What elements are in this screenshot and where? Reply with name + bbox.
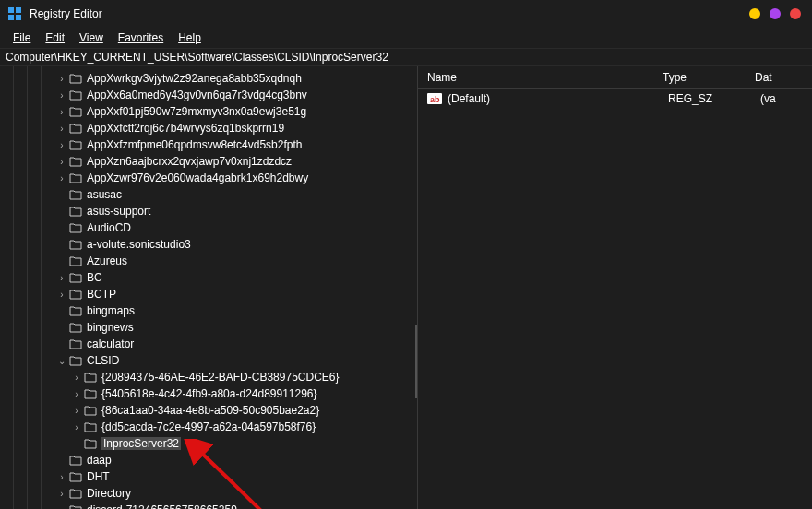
chevron-right-icon[interactable]: ›: [70, 373, 83, 383]
value-data: (va: [760, 92, 776, 105]
minimize-button[interactable]: [749, 8, 760, 19]
folder-icon: [68, 337, 83, 350]
folder-icon: [68, 354, 83, 367]
tree-item[interactable]: ›AppXxfzmfpme06qpdmsvw8etc4vd5sb2fpth: [0, 136, 417, 153]
tree-item[interactable]: ›{20894375-46AE-46E2-BAFD-CB38975CDCE6}: [0, 369, 417, 385]
folder-icon: [83, 420, 98, 433]
address-bar[interactable]: Computer\HKEY_CURRENT_USER\Software\Clas…: [0, 48, 812, 66]
chevron-right-icon[interactable]: ›: [55, 74, 68, 84]
chevron-right-icon[interactable]: ›: [55, 290, 68, 300]
menu-help[interactable]: Help: [171, 30, 209, 46]
tree-item-label: a-volute.sonicstudio3: [87, 238, 191, 251]
close-button[interactable]: [790, 8, 801, 19]
tree-item-label: bingnews: [87, 321, 134, 334]
tree-item-label: asusac: [87, 188, 122, 201]
chevron-right-icon[interactable]: ›: [55, 472, 68, 482]
chevron-right-icon[interactable]: ›: [70, 406, 83, 416]
tree-item[interactable]: ›{86ca1aa0-34aa-4e8b-a509-50c905bae2a2}: [0, 402, 417, 419]
column-name[interactable]: Name: [418, 71, 663, 84]
svg-rect-1: [16, 7, 21, 13]
value-type: REG_SZ: [668, 92, 760, 105]
tree-item[interactable]: ›AppXzwr976v2e060wada4gabrk1x69h2dbwy: [0, 170, 417, 186]
window-controls: [749, 8, 805, 19]
menu-file[interactable]: File: [6, 30, 38, 46]
tree-item[interactable]: ›DHT: [0, 468, 417, 485]
tree-item[interactable]: bingnews: [0, 319, 417, 336]
tree-item-label: AppXx6a0med6y43gv0vn6qa7r3vdg4cg3bnv: [87, 89, 307, 101]
column-type[interactable]: Type: [663, 71, 755, 84]
window-title: Registry Editor: [30, 7, 102, 20]
chevron-right-icon[interactable]: ›: [55, 140, 68, 150]
chevron-right-icon[interactable]: ›: [70, 422, 83, 432]
tree-item[interactable]: AudioCD: [0, 219, 417, 236]
chevron-right-icon[interactable]: ›: [55, 107, 68, 117]
folder-icon: [68, 503, 83, 509]
tree-item[interactable]: ›AppXx6a0med6y43gv0vn6qa7r3vdg4cg3bnv: [0, 87, 417, 103]
svg-text:ab: ab: [430, 95, 440, 104]
tree-item-label: discord-712465656758665259: [87, 503, 237, 509]
menu-favorites[interactable]: Favorites: [111, 30, 171, 46]
chevron-right-icon[interactable]: ›: [55, 173, 68, 183]
folder-icon: [68, 254, 83, 267]
tree-item-label: Directory: [87, 487, 131, 500]
registry-tree[interactable]: ›AppXwrkgv3vjytw2z92anega8abb35xqdnqh›Ap…: [0, 66, 417, 509]
tree-item-label: calculator: [87, 337, 134, 350]
folder-icon: [68, 89, 83, 101]
tree-item[interactable]: ⌄CLSID: [0, 352, 417, 369]
folder-icon: [83, 371, 98, 384]
tree-item[interactable]: ›BC: [0, 269, 417, 286]
folder-icon: [68, 487, 83, 500]
tree-item[interactable]: calculator: [0, 336, 417, 352]
tree-item[interactable]: ›AppXwrkgv3vjytw2z92anega8abb35xqdnqh: [0, 70, 417, 87]
tree-item[interactable]: InprocServer32: [0, 435, 417, 452]
tree-item[interactable]: ›BCTP: [0, 286, 417, 302]
maximize-button[interactable]: [770, 8, 781, 19]
column-data[interactable]: Dat: [755, 71, 812, 84]
folder-icon: [68, 470, 83, 483]
tree-item-label: BCTP: [87, 288, 116, 301]
menubar: File Edit View Favorites Help: [0, 28, 812, 48]
menu-edit[interactable]: Edit: [38, 30, 72, 46]
tree-item-label: {86ca1aa0-34aa-4e8b-a509-50c905bae2a2}: [102, 404, 319, 417]
tree-item-label: AppXxf01pj590w7z9mxmyv3nx0a9ewj3e51g: [87, 105, 306, 118]
tree-panel[interactable]: ›AppXwrkgv3vjytw2z92anega8abb35xqdnqh›Ap…: [0, 66, 417, 509]
tree-item[interactable]: daap: [0, 452, 417, 468]
folder-icon: [68, 205, 83, 218]
tree-item[interactable]: ›Directory: [0, 485, 417, 502]
tree-item[interactable]: asus-support: [0, 203, 417, 219]
chevron-right-icon[interactable]: ›: [70, 389, 83, 399]
tree-item-label: AppXwrkgv3vjytw2z92anega8abb35xqdnqh: [87, 72, 302, 85]
tree-item-label: InprocServer32: [102, 437, 181, 450]
tree-item[interactable]: ›AppXzn6aajbcrxx2qvxjawp7v0xnj1zdzdcz: [0, 153, 417, 170]
folder-icon: [68, 221, 83, 234]
value-row[interactable]: ab(Default)REG_SZ(va: [418, 89, 812, 109]
chevron-right-icon[interactable]: ›: [55, 489, 68, 499]
chevron-down-icon[interactable]: ⌄: [55, 356, 68, 366]
tree-item[interactable]: Azureus: [0, 253, 417, 269]
value-name: (Default): [448, 92, 668, 105]
tree-item-label: AppXzwr976v2e060wada4gabrk1x69h2dbwy: [87, 172, 308, 184]
string-value-icon: ab: [427, 92, 442, 105]
tree-item-label: AppXzn6aajbcrxx2qvxjawp7v0xnj1zdzdcz: [87, 155, 292, 168]
tree-item[interactable]: ›AppXxf01pj590w7z9mxmyv3nx0a9ewj3e51g: [0, 103, 417, 120]
folder-icon: [68, 72, 83, 85]
menu-view[interactable]: View: [72, 30, 111, 46]
folder-icon: [83, 404, 98, 417]
chevron-right-icon[interactable]: ›: [55, 90, 68, 101]
tree-item[interactable]: ›{5405618e-4c42-4fb9-a80a-d24d89911296}: [0, 385, 417, 402]
tree-item[interactable]: ›{dd5cacda-7c2e-4997-a62a-04a597b58f76}: [0, 419, 417, 435]
tree-item[interactable]: ›AppXxfctf2rqj6c7b4wrvys6zq1bskprrn19: [0, 120, 417, 136]
chevron-right-icon[interactable]: ›: [55, 273, 68, 283]
chevron-right-icon[interactable]: ›: [55, 124, 68, 134]
scrollbar[interactable]: [415, 325, 417, 398]
values-header[interactable]: Name Type Dat: [418, 66, 812, 89]
chevron-right-icon[interactable]: ›: [55, 157, 68, 167]
tree-item[interactable]: discord-712465656758665259: [0, 502, 417, 509]
folder-icon: [68, 288, 83, 301]
tree-item-label: {20894375-46AE-46E2-BAFD-CB38975CDCE6}: [102, 371, 340, 384]
tree-item[interactable]: asusac: [0, 186, 417, 203]
folder-icon: [68, 172, 83, 184]
tree-item[interactable]: bingmaps: [0, 302, 417, 319]
tree-item[interactable]: a-volute.sonicstudio3: [0, 236, 417, 253]
folder-icon: [68, 155, 83, 168]
